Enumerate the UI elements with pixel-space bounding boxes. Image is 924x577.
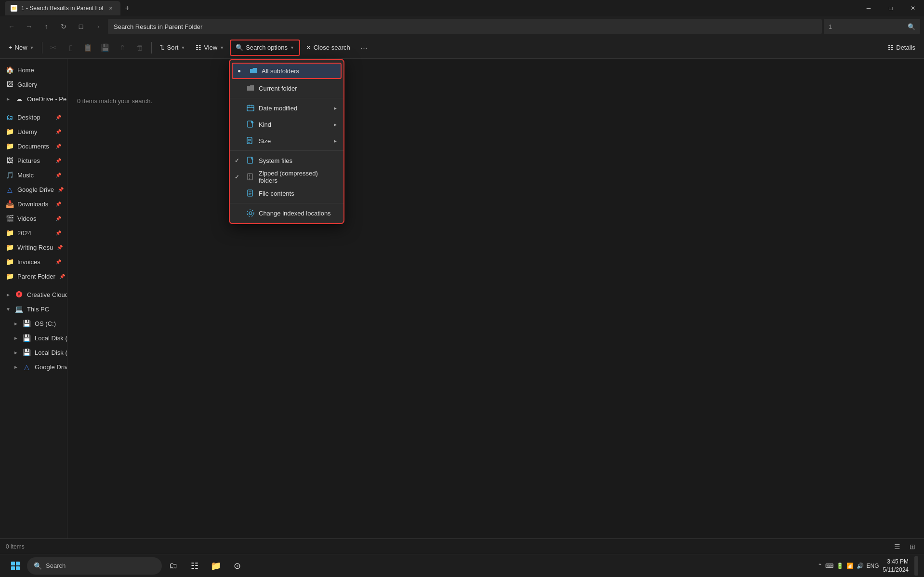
copy-button[interactable]: ▯ [63, 40, 79, 56]
creative-cloud-icon: 🅐 [15, 291, 23, 298]
new-button[interactable]: + New ▼ [4, 40, 39, 56]
check-icon: ✓ [235, 157, 242, 164]
sidebar-item-downloads[interactable]: 📥 Downloads 📌 [0, 197, 67, 211]
sidebar-item-label: Invoices [17, 258, 40, 266]
rename-button[interactable]: 💾 [97, 40, 114, 56]
new-tab-button[interactable]: + [120, 1, 134, 15]
menu-item-zipped-folders[interactable]: ✓ Zipped (compressed) folders [230, 169, 343, 185]
forward-button[interactable]: → [21, 19, 37, 34]
sidebar-item-label: 2024 [17, 229, 31, 237]
sidebar-item-label: Writing Resu [17, 244, 53, 251]
sidebar-item-local-e[interactable]: ► 💾 Local Disk (E:) [0, 345, 67, 360]
sidebar-item-gallery[interactable]: 🖼 Gallery [0, 77, 67, 92]
back-button[interactable]: ← [4, 19, 19, 34]
pictures-icon: 🖼 [6, 157, 13, 164]
minimize-button[interactable]: ─ [858, 0, 880, 16]
pin-icon: 📌 [55, 201, 61, 207]
sidebar-item-udemy[interactable]: 📁 Udemy 📌 [0, 124, 67, 139]
sidebar-item-invoices[interactable]: 📁 Invoices 📌 [0, 255, 67, 269]
google-drive-2-icon: △ [23, 363, 31, 371]
taskbar-files-app[interactable]: 🗂 [164, 556, 183, 576]
sidebar-item-this-pc[interactable]: ▼ 💻 This PC [0, 302, 67, 316]
sidebar-item-documents[interactable]: 📁 Documents 📌 [0, 139, 67, 153]
cut-button[interactable]: ✂ [45, 40, 62, 56]
view-button[interactable]: □ [73, 19, 89, 34]
taskbar-taskview-button[interactable]: ☷ [185, 556, 204, 576]
taskbar-clock[interactable]: 3:45 PM 5/11/2024 [883, 558, 909, 574]
sidebar-item-2024[interactable]: 📁 2024 📌 [0, 226, 67, 240]
address-bar[interactable]: Search Results in Parent Folder [108, 19, 822, 34]
sort-button[interactable]: ⇅ Sort ▼ [155, 40, 190, 56]
details-button[interactable]: ☷ Details [883, 40, 920, 56]
language-indicator[interactable]: ENG [867, 563, 879, 569]
folder-icon: 📁 [6, 272, 13, 280]
menu-item-date-modified[interactable]: Date modified ► [230, 100, 343, 116]
svg-rect-10 [248, 174, 252, 180]
close-button[interactable]: ✕ [902, 0, 924, 16]
up-button[interactable]: ↑ [39, 19, 54, 34]
search-box[interactable]: 1 🔍 [824, 19, 920, 34]
expand-icon: ► [13, 321, 18, 326]
sidebar-divider-2 [0, 283, 67, 287]
grid-view-button[interactable]: ⊞ [907, 541, 918, 552]
sidebar-item-onedrive[interactable]: ► ☁ OneDrive - Perso [0, 92, 67, 106]
menu-item-all-subfolders[interactable]: ● All subfolders [232, 63, 342, 79]
list-view-button[interactable]: ☰ [891, 541, 903, 552]
sidebar-item-desktop[interactable]: 🗂 Desktop 📌 [0, 110, 67, 124]
sidebar-item-home[interactable]: 🏠 Home [0, 63, 67, 77]
menu-item-size[interactable]: Size ► [230, 133, 343, 149]
sidebar-item-pictures[interactable]: 🖼 Pictures 📌 [0, 153, 67, 168]
menu-item-file-contents[interactable]: File contents [230, 185, 343, 201]
refresh-button[interactable]: ↻ [56, 19, 71, 34]
details-icon: ☷ [888, 44, 894, 51]
search-options-dropdown: ● All subfolders Current folder [229, 59, 344, 224]
view-button[interactable]: ☷ View ▼ [191, 40, 229, 56]
zip-icon [246, 173, 255, 181]
disk-icon: 💾 [23, 320, 31, 327]
address-text: Search Results in Parent Folder [114, 23, 202, 30]
share-button[interactable]: ⇑ [115, 40, 131, 56]
chevron-icon[interactable]: ⌃ [818, 563, 822, 569]
sidebar-item-writing[interactable]: 📁 Writing Resu 📌 [0, 240, 67, 255]
sidebar-item-music[interactable]: 🎵 Music 📌 [0, 168, 67, 182]
menu-item-current-folder[interactable]: Current folder [230, 80, 343, 96]
close-search-button[interactable]: ✕ Close search [301, 40, 355, 56]
more-button[interactable]: ⋯ [356, 40, 372, 56]
maximize-button[interactable]: □ [880, 0, 902, 16]
menu-item-kind[interactable]: Kind ► [230, 116, 343, 133]
sidebar-item-label: Google Drive ( [35, 363, 67, 371]
folder-icon [246, 84, 255, 93]
menu-item-change-indexed[interactable]: Change indexed locations [230, 205, 343, 221]
paste-button[interactable]: 📋 [80, 40, 96, 56]
delete-button[interactable]: 🗑 [132, 40, 148, 56]
window-tab[interactable]: 📁 1 - Search Results in Parent Fol ✕ [5, 1, 120, 15]
sidebar-item-os-c[interactable]: ► 💾 OS (C:) [0, 316, 67, 331]
window-controls: ─ □ ✕ [858, 0, 924, 16]
taskbar-search-button[interactable]: 🔍 Search [27, 557, 162, 575]
sidebar-item-label: Udemy [17, 128, 37, 135]
menu-divider-2 [230, 150, 343, 151]
sidebar-item-google-drive[interactable]: △ Google Drive 📌 [0, 182, 67, 197]
submenu-arrow-icon: ► [333, 122, 338, 127]
network-icon: 📶 [846, 563, 854, 569]
start-button[interactable] [6, 556, 25, 576]
expand-icon: ► [13, 350, 18, 355]
sidebar-item-local-d[interactable]: ► 💾 Local Disk (D:) [0, 331, 67, 345]
documents-icon: 📁 [6, 142, 13, 150]
sidebar-item-creative-cloud[interactable]: ► 🅐 Creative Cloud F [0, 287, 67, 302]
navbar: ← → ↑ ↻ □ › Search Results in Parent Fol… [0, 16, 924, 37]
sidebar-item-parent-folder[interactable]: 📁 Parent Folder 📌 [0, 269, 67, 283]
expand-icon: ► [6, 96, 11, 102]
sidebar-item-google-drive-2[interactable]: ► △ Google Drive ( [0, 360, 67, 374]
new-label: New [15, 44, 27, 51]
svg-point-17 [247, 210, 254, 216]
menu-item-system-files[interactable]: ✓ System files [230, 152, 343, 169]
gallery-icon: 🖼 [6, 81, 13, 88]
taskbar-chrome-button[interactable]: ⊙ [227, 556, 247, 576]
show-desktop-button[interactable] [914, 556, 918, 576]
tab-close-button[interactable]: ✕ [107, 4, 115, 12]
pin-icon: 📌 [55, 259, 61, 265]
search-options-button[interactable]: 🔍 Search options ▼ [230, 40, 300, 56]
taskbar-explorer-button[interactable]: 📁 [206, 556, 225, 576]
sidebar-item-videos[interactable]: 🎬 Videos 📌 [0, 211, 67, 226]
